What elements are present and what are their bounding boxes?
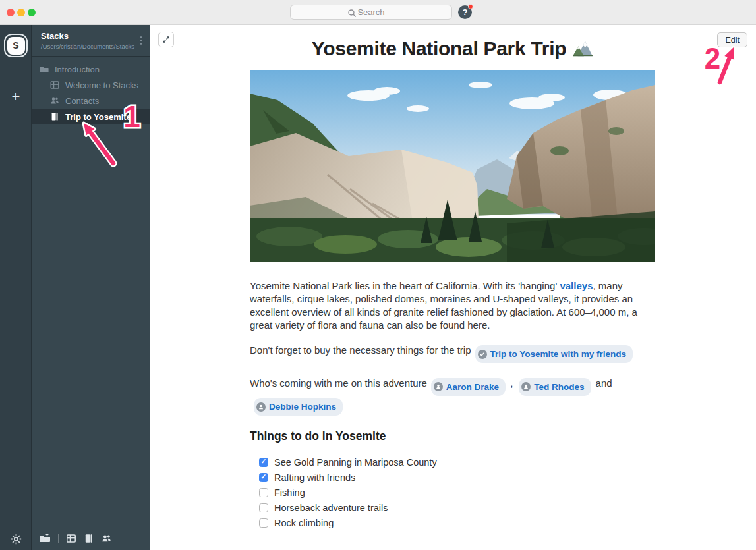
valleys-link[interactable]: valleys	[560, 280, 593, 291]
gear-icon	[11, 534, 22, 545]
stack-title: Stacks	[41, 31, 134, 41]
todo-checkbox[interactable]	[259, 458, 268, 467]
intro-paragraph: Yosemite National Park lies in the heart…	[250, 279, 655, 332]
sidebar-rail: S +	[0, 25, 32, 550]
zoom-window-button[interactable]	[28, 9, 36, 16]
stack-header: Stacks /Users/cristian/Documents/Stacks	[32, 25, 150, 57]
sidebar-item-welcome-to-stacks[interactable]: Welcome to Stacks	[32, 77, 150, 93]
mention-pill-debbie-hopkins[interactable]: Debbie Hopkins	[254, 398, 343, 416]
sidebar-item-label: Trip to Yosemite	[65, 112, 131, 122]
search-field[interactable]	[290, 5, 452, 20]
help-button[interactable]: ?	[458, 5, 472, 19]
sidebar-item-contacts[interactable]: Contacts	[32, 93, 150, 109]
todo-checkbox[interactable]	[259, 518, 268, 528]
sidebar-panel: Stacks /Users/cristian/Documents/Stacks …	[32, 25, 150, 550]
todo-label: Fishing	[274, 487, 305, 498]
sidebar-item-trip-to-yosemite[interactable]: Trip to Yosemite	[32, 109, 150, 124]
tag-line: Don't forget to buy the necessary things…	[250, 343, 655, 363]
add-stack-button[interactable]: +	[0, 88, 32, 105]
stack-app-icon[interactable]: S	[4, 34, 28, 57]
tag-line-text: Don't forget to buy the necessary things…	[250, 344, 471, 356]
todo-label: Rafting with friends	[274, 472, 355, 483]
note-title: Yosemite National Park Trip	[150, 38, 756, 60]
stack-path: /Users/cristian/Documents/Stacks	[41, 43, 134, 50]
note-list: Introduction Welcome to Stacks Contacts	[32, 57, 150, 124]
snow-capped-mountain-icon	[571, 39, 594, 57]
settings-button[interactable]	[0, 534, 32, 545]
todo-item: See Gold Panning in Mariposa County	[259, 454, 655, 470]
todo-item: Rock climbing	[259, 515, 655, 530]
new-folder-icon	[39, 533, 51, 543]
sidebar-item-label: Contacts	[65, 96, 99, 106]
help-label: ?	[463, 7, 468, 17]
yosemite-photo	[250, 70, 655, 262]
note-icon	[84, 534, 94, 543]
todo-checkbox[interactable]	[259, 473, 268, 482]
person-circle-icon	[521, 382, 531, 391]
app-window: ? S + Stacks /Users/cristian/Do	[0, 0, 756, 550]
people-line: Who's coming with me on this adventure A…	[250, 375, 655, 416]
person-circle-icon	[256, 402, 266, 412]
new-table-button[interactable]	[66, 534, 76, 543]
sidebar-toolbar	[32, 526, 150, 550]
note-icon	[49, 112, 59, 121]
folder-icon	[39, 65, 49, 74]
sidebar-item-label: Welcome to Stacks	[65, 80, 138, 90]
person-circle-icon	[434, 382, 443, 391]
search-input[interactable]	[291, 5, 451, 19]
new-note-button[interactable]	[84, 534, 94, 543]
todo-checkbox[interactable]	[259, 488, 268, 497]
notification-dot	[468, 4, 473, 9]
check-circle-icon	[478, 350, 487, 359]
todo-label: Horseback adventure trails	[274, 503, 388, 513]
todo-list: See Gold Panning in Mariposa County Raft…	[250, 454, 655, 530]
todo-checkbox[interactable]	[259, 503, 268, 512]
todo-item: Rafting with friends	[259, 470, 655, 485]
todo-item: Horseback adventure trails	[259, 500, 655, 515]
minimize-window-button[interactable]	[17, 9, 25, 16]
toolbar-divider	[58, 534, 59, 543]
titlebar: ?	[0, 0, 756, 25]
close-window-button[interactable]	[7, 9, 15, 16]
table-icon	[49, 80, 59, 90]
todo-item: Fishing	[259, 485, 655, 500]
new-contacts-button[interactable]	[101, 534, 112, 543]
people-line-text: Who's coming with me on this adventure	[250, 377, 427, 389]
section-heading: Things to do in Yosemite	[250, 429, 655, 443]
mention-pill-aaron-drake[interactable]: Aaron Drake	[431, 378, 506, 396]
table-icon	[66, 534, 76, 543]
contacts-icon	[101, 534, 112, 543]
stack-initial: S	[7, 37, 25, 55]
todo-label: See Gold Panning in Mariposa County	[274, 457, 437, 468]
stack-menu-button[interactable]	[138, 34, 144, 47]
sidebar-item-label: Introduction	[55, 65, 100, 74]
sidebar: S + Stacks /Users/cristian/Documents/Sta…	[0, 25, 150, 550]
contacts-icon	[49, 96, 59, 105]
sidebar-item-introduction[interactable]: Introduction	[32, 61, 150, 77]
todo-label: Rock climbing	[274, 518, 334, 528]
note-view: Edit Yosemite National Park Trip	[150, 25, 756, 550]
mention-pill-ted-rhodes[interactable]: Ted Rhodes	[519, 378, 591, 396]
tag-pill-trip-to-yosemite[interactable]: Trip to Yosemite with my friends	[475, 345, 633, 363]
note-body: Yosemite National Park lies in the heart…	[250, 70, 655, 530]
new-folder-button[interactable]	[39, 533, 51, 543]
